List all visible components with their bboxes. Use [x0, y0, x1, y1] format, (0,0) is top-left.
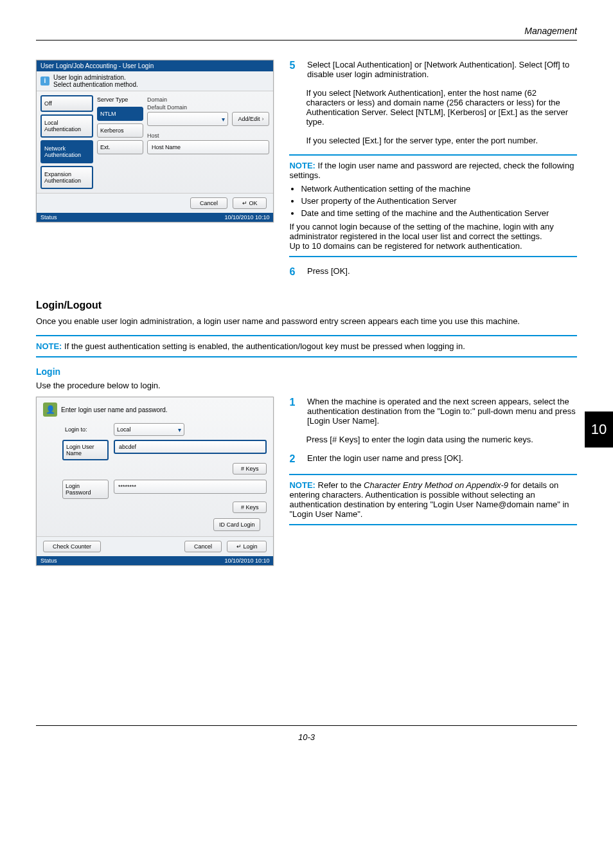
note-label: NOTE: — [289, 480, 315, 490]
ok-button[interactable]: ↵ OK — [233, 197, 267, 209]
login-to-dropdown[interactable]: Local ▾ — [114, 423, 184, 436]
note1-bullet-1: Network Authentication setting of the ma… — [301, 184, 577, 194]
panel1-titlebar: User Login/Job Accounting - User Login — [37, 60, 273, 71]
note-label: NOTE: — [36, 341, 62, 351]
page-header-section: Management — [36, 26, 577, 41]
step-number-1: 1 — [289, 397, 305, 408]
note-block-1: NOTE: If the login user name and passwor… — [289, 154, 577, 257]
step-2-text: Enter the login user name and press [OK]… — [307, 453, 577, 463]
login-user-name-button[interactable]: Login User Name — [62, 440, 109, 460]
step-5-para3: If you selected [Ext.] for the server ty… — [306, 136, 577, 145]
status-timestamp: 10/10/2010 10:10 — [224, 214, 269, 221]
chevron-right-icon: › — [262, 116, 263, 122]
status-timestamp: 10/10/2010 10:10 — [224, 557, 269, 564]
login-password-button[interactable]: Login Password — [62, 480, 109, 499]
note1-tail2: Up to 10 domains can be registered for n… — [289, 241, 577, 251]
option-local-auth[interactable]: Local Authentication — [40, 114, 93, 138]
login-password-field[interactable]: ******** — [114, 480, 267, 494]
enter-icon: ↵ — [236, 543, 244, 550]
add-edit-button[interactable]: Add/Edit› — [232, 112, 269, 126]
note1-tail1: If you cannot login because of the setti… — [289, 222, 577, 241]
default-domain-label: Default Domain — [147, 104, 269, 111]
domain-label: Domain — [147, 96, 269, 103]
login-cancel-button[interactable]: Cancel — [184, 541, 222, 552]
note-block-2: NOTE: If the guest authentication settin… — [36, 335, 577, 357]
note1-bullet-2: User property of the Authentication Serv… — [301, 196, 577, 206]
numeric-keys-button-2[interactable]: # Keys — [233, 502, 267, 513]
step-1-text-a: When the machine is operated and the nex… — [307, 397, 577, 426]
domain-dropdown[interactable]: ▾ — [147, 112, 228, 126]
status-label: Status — [40, 214, 57, 221]
chapter-tab: 10 — [585, 411, 613, 448]
host-name-field[interactable]: Host Name — [147, 140, 269, 154]
login-to-label: Login to: — [62, 423, 109, 436]
server-type-label: Server Type — [97, 95, 143, 104]
step-6-text: Press [OK]. — [307, 266, 577, 276]
login-logout-heading: Login/Logout — [36, 300, 577, 311]
option-network-auth[interactable]: Network Authentication — [40, 140, 93, 163]
chevron-down-icon: ▾ — [222, 116, 225, 123]
page-footer-number: 10-3 — [36, 725, 577, 742]
check-counter-button[interactable]: Check Counter — [43, 541, 101, 552]
note-label: NOTE: — [289, 161, 315, 170]
step-5-text: Select [Local Authentication] or [Networ… — [307, 60, 577, 79]
step-1-text-b: Press [# Keys] to enter the login data u… — [306, 435, 577, 444]
step-5-para2: If you select [Network Authentication], … — [306, 88, 577, 127]
login-logout-intro: Once you enable user login administratio… — [36, 316, 577, 326]
enter-icon: ↵ — [242, 200, 249, 206]
screenshot-user-login-settings: User Login/Job Accounting - User Login i… — [36, 60, 274, 222]
option-expansion-auth[interactable]: Expansion Authentication — [40, 166, 93, 189]
login-user-name-field[interactable]: abcdef — [114, 440, 267, 454]
note1-bullet-3: Date and time setting of the machine and… — [301, 208, 577, 218]
host-label: Host — [147, 132, 269, 139]
login-panel-heading: Enter login user name and password. — [61, 406, 168, 413]
login-button[interactable]: ↵ Login — [227, 541, 267, 552]
server-type-ntlm[interactable]: NTLM — [97, 107, 143, 121]
step-number-5: 5 — [289, 60, 305, 71]
step-number-2: 2 — [289, 453, 305, 465]
id-card-login-button[interactable]: ID Card Login — [213, 518, 261, 531]
cancel-button[interactable]: Cancel — [190, 197, 227, 209]
screenshot-login-screen: 👤 Enter login user name and password. Lo… — [36, 397, 274, 566]
login-sub-intro: Use the procedure below to login. — [36, 381, 577, 390]
server-type-kerberos[interactable]: Kerberos — [97, 123, 143, 138]
login-user-icon: 👤 — [43, 402, 57, 417]
chevron-down-icon: ▾ — [178, 426, 181, 433]
note-block-3: NOTE: Refer to the Character Entry Metho… — [289, 474, 577, 525]
step-number-6: 6 — [289, 266, 305, 278]
login-subheading: Login — [36, 366, 577, 377]
server-type-ext[interactable]: Ext. — [97, 140, 143, 154]
option-off[interactable]: Off — [40, 95, 93, 112]
numeric-keys-button-1[interactable]: # Keys — [233, 463, 267, 475]
info-icon: i — [40, 77, 49, 86]
status-label: Status — [40, 557, 57, 564]
panel1-sub-text: User login administration. Select authen… — [53, 74, 138, 88]
